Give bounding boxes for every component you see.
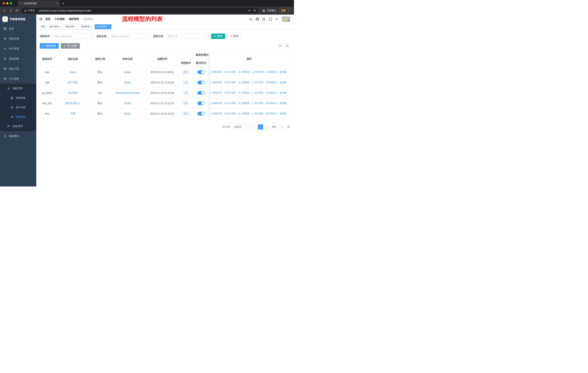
status-toggle[interactable] (197, 112, 205, 115)
delete-process-link[interactable]: 删除 (280, 112, 287, 115)
assign-rule-link[interactable]: 分配规则 (238, 112, 250, 115)
breadcrumb-item-workflow[interactable]: 工作流程 (54, 18, 65, 21)
sidebar-item-workflow[interactable]: 工作流程 (0, 74, 36, 84)
current-page-button[interactable]: 1 (258, 124, 263, 130)
status-toggle[interactable] (197, 91, 205, 95)
sidebar-item-process-form[interactable]: 流程表单 (0, 93, 36, 103)
refresh-button[interactable] (285, 43, 290, 49)
help-icon[interactable] (262, 18, 265, 21)
form-info-link[interactable]: biubiu (124, 81, 131, 84)
edit-process-link[interactable]: 修改流程 (210, 81, 222, 84)
process-definition-link[interactable]: 流程定义 (266, 112, 277, 115)
close-icon[interactable]: × (75, 25, 77, 28)
design-process-link[interactable]: 设计流程 (224, 102, 236, 105)
close-icon[interactable]: × (108, 25, 110, 28)
sidebar-item-system[interactable]: 系统管理 (0, 34, 36, 44)
publish-process-link[interactable]: 发布流程 (252, 112, 263, 115)
form-info-link[interactable]: /bpm/oa/leave/create (116, 91, 140, 94)
close-icon[interactable]: × (91, 25, 92, 28)
assign-rule-link[interactable]: 分配规则 (238, 91, 250, 94)
tag-home[interactable]: 首页 (39, 24, 47, 29)
process-name-link[interactable]: eeee (70, 71, 75, 74)
sidebar-item-leave-query[interactable]: 请假查询 (0, 131, 36, 141)
category-select[interactable]: 流程分类 (166, 33, 208, 39)
search-icon[interactable] (249, 18, 252, 21)
edit-process-link[interactable]: 修改流程 (210, 112, 222, 115)
design-process-link[interactable]: 设计流程 (224, 71, 236, 74)
github-icon[interactable] (256, 18, 259, 21)
process-name-link[interactable]: 滔博 (70, 112, 75, 115)
fullscreen-icon[interactable] (269, 18, 272, 21)
forward-button[interactable] (8, 8, 13, 13)
sidebar-item-user-group[interactable]: 用户分组 (0, 103, 36, 112)
close-window-button[interactable] (2, 2, 5, 4)
process-key-input[interactable] (52, 33, 94, 39)
sidebar-item-task-mgmt[interactable]: 任务管理 (0, 122, 36, 131)
tab-close-icon[interactable]: × (56, 2, 58, 5)
next-page-button[interactable] (265, 124, 270, 130)
close-icon[interactable]: × (59, 25, 61, 28)
goto-page-input[interactable] (278, 124, 286, 130)
sidebar-toggle-button[interactable] (39, 18, 42, 21)
delete-process-link[interactable]: 删除 (280, 71, 287, 74)
sidebar-item-devtools[interactable]: 研发工具 (0, 64, 36, 74)
status-toggle[interactable] (197, 101, 205, 105)
delete-process-link[interactable]: 删除 (280, 102, 287, 105)
assign-rule-link[interactable]: 分配规则 (238, 81, 250, 84)
process-name-link[interactable]: 自己审批 (68, 81, 78, 84)
sidebar-item-process-mgmt[interactable]: 流程管理 (0, 84, 36, 93)
status-toggle[interactable] (197, 70, 205, 74)
publish-process-link[interactable]: 发布流程 (252, 102, 263, 105)
zoom-window-button[interactable] (10, 2, 12, 4)
update-button[interactable]: 更新 (279, 8, 292, 13)
reload-button[interactable] (14, 8, 20, 13)
browser-tab[interactable]: 芋道管理系统 × (18, 0, 60, 7)
form-info-link[interactable]: biubiu (124, 71, 131, 74)
bookmark-star-icon[interactable] (253, 9, 256, 12)
process-definition-link[interactable]: 流程定义 (266, 81, 277, 84)
status-toggle[interactable] (197, 81, 205, 84)
search-button[interactable]: 搜索 (211, 33, 225, 39)
tag-process-form[interactable]: 流程表单 × (79, 24, 94, 29)
menu-dots-icon[interactable] (287, 9, 290, 12)
font-size-icon[interactable] (275, 18, 279, 21)
edit-process-link[interactable]: 修改流程 (210, 102, 222, 105)
toggle-search-button[interactable] (278, 43, 283, 49)
design-process-link[interactable]: 设计流程 (224, 112, 236, 115)
tag-my-process[interactable]: 我的流程 × (64, 24, 78, 29)
back-button[interactable] (2, 8, 7, 13)
app-logo[interactable]: 芋道管理系统 (0, 15, 36, 24)
process-definition-link[interactable]: 流程定义 (266, 91, 277, 94)
design-process-link[interactable]: 设计流程 (224, 91, 236, 94)
breadcrumb-item-process-mgmt[interactable]: 流程管理 (69, 18, 79, 21)
password-key-icon[interactable] (248, 9, 251, 12)
publish-process-link[interactable]: 发布流程 (252, 91, 263, 94)
delete-process-link[interactable]: 删除 (280, 81, 287, 84)
sidebar-item-process-model[interactable]: 流程模型 (0, 112, 36, 122)
publish-process-link[interactable]: 发布流程 (252, 71, 263, 74)
process-name-link[interactable]: OA 请假 (68, 91, 77, 94)
page-size-select[interactable]: 10条/页 (232, 124, 249, 130)
form-info-link[interactable]: biubiu (124, 102, 131, 105)
sidebar-item-infra[interactable]: 基础设施 (0, 54, 36, 64)
assign-rule-link[interactable]: 分配规则 (238, 102, 250, 105)
form-info-link[interactable]: biubiu (124, 112, 131, 115)
design-process-link[interactable]: 设计流程 (224, 81, 236, 84)
edit-process-link[interactable]: 修改流程 (210, 91, 222, 94)
process-definition-link[interactable]: 流程定义 (266, 102, 277, 105)
create-process-button[interactable]: 新建流程 (40, 43, 59, 49)
process-name-input[interactable] (109, 33, 150, 39)
edit-process-link[interactable]: 修改流程 (210, 71, 222, 74)
user-avatar[interactable] (282, 16, 290, 22)
publish-process-link[interactable]: 发布流程 (252, 81, 263, 84)
tag-process-model[interactable]: 流程模型 × (95, 24, 112, 29)
import-process-button[interactable]: 导入流程 (61, 43, 80, 49)
address-bar[interactable]: 不安全 dashboard.yudao.iocoder.cn/bpm/manag… (21, 8, 259, 13)
prev-page-button[interactable] (251, 124, 256, 130)
process-name-link[interactable]: 测试多审批人 (65, 102, 80, 105)
minimize-window-button[interactable] (6, 2, 8, 4)
sidebar-item-payment[interactable]: 支付管理 (0, 44, 36, 54)
tag-tenant-mgmt[interactable]: 租户管理 × (48, 24, 63, 29)
new-tab-button[interactable]: + (62, 1, 64, 6)
process-definition-link[interactable]: 流程定义 (266, 71, 277, 74)
